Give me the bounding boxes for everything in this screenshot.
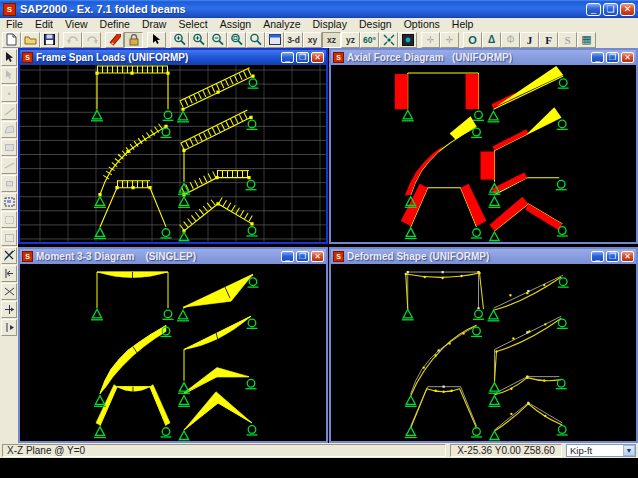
sap2000-window: S SAP2000 - Ex. 7.1 folded beams _ ❏ ✕ F… xyxy=(0,0,638,458)
select-arrow-icon[interactable] xyxy=(1,49,17,66)
previous-selection-icon[interactable]: ✛ xyxy=(421,32,440,48)
snap-midpoint-icon[interactable] xyxy=(1,301,17,318)
reshape-element-icon[interactable] xyxy=(1,67,17,84)
draw-quad-shell-icon[interactable] xyxy=(1,121,17,138)
axial-force-titlebar[interactable]: S Axial Force Diagram (UNIFORMP) _ ❐ ✕ xyxy=(331,50,636,65)
menu-view[interactable]: View xyxy=(59,18,94,31)
child-restore-button[interactable]: ❐ xyxy=(296,52,309,63)
menu-options[interactable]: Options xyxy=(398,18,446,31)
child-minimize-button[interactable]: _ xyxy=(281,251,294,262)
view-3d-button[interactable]: 3-d xyxy=(284,32,303,48)
mdi-area: S Frame Span Loads (UNIFORMP) _ ❐ ✕ xyxy=(18,48,638,443)
child-minimize-button[interactable]: _ xyxy=(591,251,604,262)
menu-draw[interactable]: Draw xyxy=(136,18,173,31)
solid-grid-icon[interactable]: ▦ xyxy=(577,32,596,48)
menu-display[interactable]: Display xyxy=(307,18,353,31)
app-logo-icon: S xyxy=(3,3,16,16)
deformed-shape-canvas[interactable] xyxy=(331,264,636,441)
child-minimize-button[interactable]: _ xyxy=(281,52,294,63)
app-titlebar[interactable]: S SAP2000 - Ex. 7.1 folded beams _ ❏ ✕ xyxy=(0,0,638,18)
app-title: SAP2000 - Ex. 7.1 folded beams xyxy=(20,3,584,15)
menu-assign[interactable]: Assign xyxy=(214,18,258,31)
perspective-toggle-button[interactable]: 60° xyxy=(360,32,379,48)
zoom-previous-icon[interactable] xyxy=(246,32,265,48)
child-close-button[interactable]: ✕ xyxy=(621,52,634,63)
zoom-window-icon[interactable] xyxy=(170,32,189,48)
shell-assign-letter-icon[interactable]: S xyxy=(558,32,577,48)
minimize-button[interactable]: _ xyxy=(586,3,601,16)
menu-analyze[interactable]: Analyze xyxy=(257,18,306,31)
view-xy-button[interactable]: xy xyxy=(303,32,322,48)
child-close-button[interactable]: ✕ xyxy=(621,251,634,262)
draw-joint-icon[interactable]: • xyxy=(1,85,17,102)
child-close-button[interactable]: ✕ xyxy=(311,52,324,63)
side-toolbar: • xyxy=(0,48,18,443)
snap-intersection-icon[interactable] xyxy=(1,283,17,300)
select-window-icon[interactable] xyxy=(1,193,17,210)
cursor-coordinates: X-25.36 Y0.00 Z58.60 xyxy=(450,444,562,457)
frame-span-loads-titlebar[interactable]: S Frame Span Loads (UNIFORMP) _ ❐ ✕ xyxy=(20,50,326,65)
deformed-shape-titlebar[interactable]: S Deformed Shape (UNIFORMP) _ ❐ ✕ xyxy=(331,249,636,264)
refresh-window-pencil-button[interactable] xyxy=(105,32,124,48)
menubar: File Edit View Define Draw Select Assign… xyxy=(0,18,638,31)
sap-child-icon: S xyxy=(333,251,344,262)
child-restore-button[interactable]: ❐ xyxy=(296,251,309,262)
zoom-extents-icon[interactable] xyxy=(227,32,246,48)
menu-help[interactable]: Help xyxy=(446,18,480,31)
viewport-frame-span-loads: S Frame Span Loads (UNIFORMP) _ ❐ ✕ xyxy=(18,48,328,244)
viewport-axial-force: S Axial Force Diagram (UNIFORMP) _ ❐ ✕ xyxy=(329,48,638,244)
lock-model-button[interactable] xyxy=(124,32,143,48)
menu-select[interactable]: Select xyxy=(172,18,213,31)
frame-loads-canvas[interactable] xyxy=(20,65,326,242)
new-model-button[interactable] xyxy=(2,32,21,48)
moment-diagram-titlebar[interactable]: S Moment 3-3 Diagram (SINGLEP) _ ❐ ✕ xyxy=(20,249,326,264)
save-button[interactable] xyxy=(40,32,59,48)
set-elements-icon[interactable] xyxy=(398,32,417,48)
quick-draw-shell-icon[interactable] xyxy=(1,175,17,192)
open-file-button[interactable] xyxy=(21,32,40,48)
close-button[interactable]: ✕ xyxy=(620,3,635,16)
moment-diagram-canvas[interactable] xyxy=(20,264,326,441)
menu-file[interactable]: File xyxy=(0,18,29,31)
pan-window-icon[interactable] xyxy=(265,32,284,48)
shrink-objects-icon[interactable] xyxy=(379,32,398,48)
desktop-background xyxy=(0,458,638,478)
joint-circle-icon[interactable]: O xyxy=(463,32,482,48)
undo-button[interactable] xyxy=(63,32,82,48)
frame-assign-letter-icon[interactable]: F xyxy=(539,32,558,48)
viewport-moment-diagram: S Moment 3-3 Diagram (SINGLEP) _ ❐ ✕ xyxy=(18,247,328,443)
view-yz-button[interactable]: yz xyxy=(341,32,360,48)
axial-force-canvas[interactable] xyxy=(331,65,636,242)
menu-edit[interactable]: Edit xyxy=(29,18,59,31)
phi-element-icon[interactable]: Φ xyxy=(501,32,520,48)
view-xz-button[interactable]: xz xyxy=(322,32,341,48)
pointer-select-button[interactable] xyxy=(147,32,166,48)
draw-rect-shell-icon[interactable] xyxy=(1,139,17,156)
dropdown-arrow-icon[interactable]: ▼ xyxy=(623,445,635,456)
restore-button[interactable]: ❏ xyxy=(603,3,618,16)
select-poly-icon[interactable] xyxy=(1,211,17,228)
child-close-button[interactable]: ✕ xyxy=(311,251,324,262)
units-dropdown[interactable]: Kip-ft ▼ xyxy=(566,444,636,457)
child-restore-button[interactable]: ❐ xyxy=(606,52,619,63)
moment-diagram-title: Moment 3-3 Diagram (SINGLEP) xyxy=(36,251,279,262)
menu-define[interactable]: Define xyxy=(94,18,136,31)
units-value: Kip-ft xyxy=(567,445,623,456)
zoom-out-icon[interactable] xyxy=(208,32,227,48)
clear-selection-icon[interactable] xyxy=(1,247,17,264)
joint-assign-letter-icon[interactable]: J xyxy=(520,32,539,48)
deformed-shape-title: Deformed Shape (UNIFORMP) xyxy=(347,251,589,262)
next-selection-icon[interactable]: ✛ xyxy=(440,32,459,48)
snap-perpendicular-icon[interactable] xyxy=(1,319,17,336)
child-minimize-button[interactable]: _ xyxy=(591,52,604,63)
triangle-element-icon[interactable]: Δ xyxy=(482,32,501,48)
snap-joint-icon[interactable] xyxy=(1,265,17,282)
redo-button[interactable] xyxy=(82,32,101,48)
zoom-in-icon[interactable] xyxy=(189,32,208,48)
menu-design[interactable]: Design xyxy=(353,18,398,31)
axial-force-title: Axial Force Diagram (UNIFORMP) xyxy=(347,52,589,63)
quick-draw-frame-icon[interactable] xyxy=(1,157,17,174)
select-intersect-icon[interactable] xyxy=(1,229,17,246)
draw-frame-icon[interactable] xyxy=(1,103,17,120)
child-restore-button[interactable]: ❐ xyxy=(606,251,619,262)
